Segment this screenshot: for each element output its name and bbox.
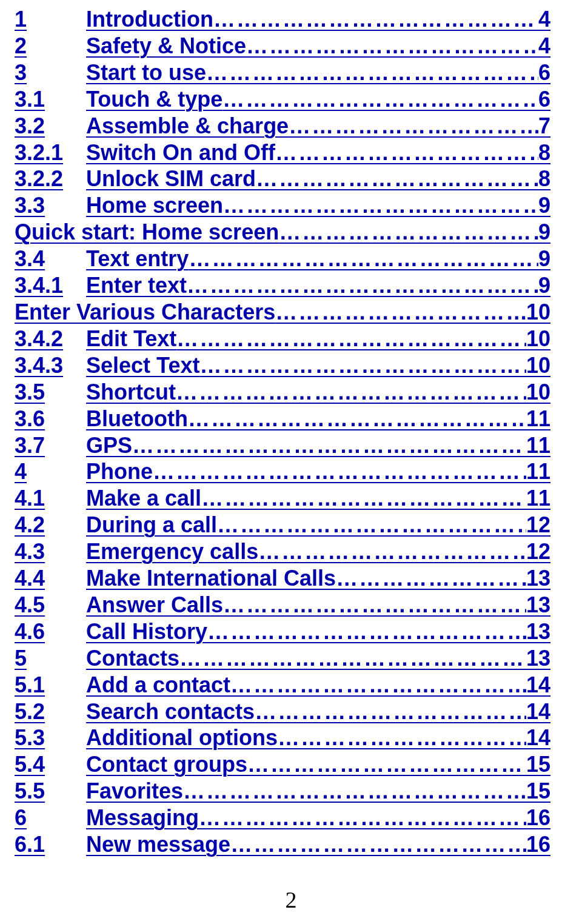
toc-entry[interactable]: 4.2During a call………………………………………………………………… <box>15 512 550 538</box>
toc-entry-number: 3.5 <box>15 379 86 406</box>
toc-entry[interactable]: 2Safety & Notice………………………………………………………………… <box>15 33 550 59</box>
toc-entry-number: 1 <box>15 6 86 33</box>
toc-entry[interactable]: 5Contacts…………………………………………………………………………………… <box>15 645 550 672</box>
toc-entry-number: 4.4 <box>15 565 86 592</box>
toc-leader-dots: ………………………………………………………………………………………………………… <box>179 645 526 672</box>
toc-entry-number: 3.2.1 <box>15 139 86 166</box>
toc-entry[interactable]: Enter Various Characters…………………………………………… <box>15 299 550 326</box>
toc-entry-title: Start to use <box>86 59 206 86</box>
toc-entry[interactable]: 6Messaging………………………………………………………………………………… <box>15 805 550 831</box>
toc-entry-title: Switch On and Off <box>86 139 275 166</box>
toc-entry-title: Enter Various Characters <box>15 299 275 326</box>
toc-entry-number: 2 <box>15 33 86 59</box>
toc-leader-dots: ………………………………………………………………………………………………………… <box>247 751 526 778</box>
toc-entry[interactable]: 1Introduction………………………………………………………………………… <box>15 6 550 33</box>
toc-entry[interactable]: 3Start to use………………………………………………………………………… <box>15 59 550 86</box>
toc-entry-page: 13 <box>526 565 550 592</box>
toc-entry[interactable]: 3.7GPS…………………………………………………………………………………………… <box>15 432 550 459</box>
toc-leader-dots: ………………………………………………………………………………………………………… <box>223 192 538 219</box>
toc-entry[interactable]: 3.4.3Select Text………………………………………………………………… <box>15 352 550 379</box>
toc-leader-dots: ………………………………………………………………………………………………………… <box>201 485 526 512</box>
toc-entry[interactable]: 3.2Assemble & charge……………………………………………………… <box>15 113 550 139</box>
toc-entry-number: 5 <box>15 645 86 672</box>
toc-entry-number: 6.1 <box>15 831 86 858</box>
toc-entry-title: Home screen <box>86 192 223 219</box>
toc-entry-number: 3.2.2 <box>15 166 86 192</box>
toc-entry[interactable]: 5.3Additional options…………………………………………………… <box>15 725 550 751</box>
toc-entry-page: 10 <box>526 379 550 406</box>
toc-entry[interactable]: 3.1Touch & type…………………………………………………………………… <box>15 86 550 113</box>
toc-entry-page: 8 <box>538 166 550 192</box>
toc-entry[interactable]: 6.1New message……………………………………………………………………… <box>15 831 550 858</box>
toc-entry-number: 6 <box>15 805 86 831</box>
toc-leader-dots: ………………………………………………………………………………………………………… <box>132 432 526 459</box>
toc-entry-number: 4.1 <box>15 485 86 512</box>
toc-entry[interactable]: 4Phone…………………………………………………………………………………………… <box>15 458 550 485</box>
toc-leader-dots: ………………………………………………………………………………………………………… <box>278 725 526 751</box>
toc-leader-dots: ………………………………………………………………………………………………………… <box>223 592 526 618</box>
toc-leader-dots: ………………………………………………………………………………………………………… <box>275 139 538 166</box>
toc-entry-page: 12 <box>526 538 550 565</box>
toc-leader-dots: ………………………………………………………………………………………………………… <box>153 458 526 485</box>
toc-entry[interactable]: Quick start: Home screen…………………………………………… <box>15 219 550 246</box>
toc-leader-dots: ………………………………………………………………………………………………………… <box>199 352 526 379</box>
toc-entry-page: 16 <box>526 805 550 831</box>
toc-leader-dots: ………………………………………………………………………………………………………… <box>246 33 538 59</box>
toc-entry-title: Phone <box>86 458 153 485</box>
toc-entry-number: 5.1 <box>15 672 86 698</box>
toc-leader-dots: ………………………………………………………………………………………………………… <box>289 113 538 139</box>
toc-entry[interactable]: 3.3Home screen……………………………………………………………………… <box>15 192 550 219</box>
toc-entry-title: Contact groups <box>86 751 247 778</box>
toc-leader-dots: ………………………………………………………………………………………………………… <box>183 778 526 805</box>
toc-entry-page: 13 <box>526 618 550 645</box>
toc-entry[interactable]: 3.4.2Edit Text……………………………………………………………………… <box>15 326 550 352</box>
toc-entry-number: 5.3 <box>15 725 86 751</box>
toc-entry[interactable]: 5.5Favorites…………………………………………………………………………… <box>15 778 550 805</box>
toc-entry[interactable]: 3.2.2Unlock SIM card……………………………………………………… <box>15 166 550 192</box>
toc-entry-title: Unlock SIM card <box>86 166 256 192</box>
toc-entry[interactable]: 5.4Contact groups……………………………………………………………… <box>15 751 550 778</box>
toc-entry[interactable]: 3.4Text entry………………………………………………………………………… <box>15 246 550 272</box>
toc-entry[interactable]: 4.1Make a call……………………………………………………………………… <box>15 485 550 512</box>
toc-entry[interactable]: 3.5Shortcut……………………………………………………………………………… <box>15 379 550 406</box>
toc-entry-number: 3.6 <box>15 406 86 432</box>
toc-entry[interactable]: 5.1Add a contact………………………………………………………………… <box>15 672 550 698</box>
toc-entry-page: 10 <box>526 352 550 379</box>
toc-entry-title: Emergency calls <box>86 538 258 565</box>
toc-entry[interactable]: 4.5Answer Calls…………………………………………………………………… <box>15 592 550 618</box>
toc-leader-dots: ………………………………………………………………………………………………………… <box>230 672 526 698</box>
toc-entry-title: Select Text <box>86 352 199 379</box>
toc-entry[interactable]: 3.2.1Switch On and Off………………………………………………… <box>15 139 550 166</box>
toc-entry-page: 14 <box>526 725 550 751</box>
toc-entry[interactable]: 3.4.1Enter text…………………………………………………………………… <box>15 272 550 299</box>
toc-entry-title: Additional options <box>86 725 278 751</box>
toc-entry-number: 3.7 <box>15 432 86 459</box>
toc-entry-page: 4 <box>538 6 550 33</box>
toc-entry-title: Assemble & charge <box>86 113 289 139</box>
toc-leader-dots: ………………………………………………………………………………………………………… <box>207 618 526 645</box>
toc-entry-number: 3.4.1 <box>15 272 86 299</box>
toc-entry-title: Quick start: Home screen <box>15 219 279 246</box>
toc-entry-title: Touch & type <box>86 86 222 113</box>
toc-entry-page: 11 <box>526 406 550 432</box>
toc-entry-number: 5.5 <box>15 778 86 805</box>
toc-entry[interactable]: 4.3Emergency calls…………………………………………………………… <box>15 538 550 565</box>
toc-entry-page: 11 <box>526 485 550 512</box>
toc-leader-dots: ………………………………………………………………………………………………………… <box>206 59 538 86</box>
toc-entry-page: 15 <box>526 751 550 778</box>
toc-leader-dots: ………………………………………………………………………………………………………… <box>336 565 526 592</box>
toc-entry[interactable]: 4.6Call History…………………………………………………………………… <box>15 618 550 645</box>
toc-entry-title: Call History <box>86 618 207 645</box>
toc-entry-number: 4.5 <box>15 592 86 618</box>
toc-entry-number: 3.1 <box>15 86 86 113</box>
toc-entry-page: 12 <box>526 512 550 538</box>
toc-entry-page: 6 <box>538 86 550 113</box>
toc-entry-title: GPS <box>86 432 132 459</box>
toc-entry-number: 4.6 <box>15 618 86 645</box>
toc-entry[interactable]: 5.2Search contacts…………………………………………………………… <box>15 698 550 725</box>
toc-entry[interactable]: 3.6Bluetooth…………………………………………………………………………… <box>15 406 550 432</box>
toc-entry[interactable]: 4.4Make International Calls…………………………………… <box>15 565 550 592</box>
toc-entry-page: 14 <box>526 672 550 698</box>
toc-entry-page: 9 <box>538 192 550 219</box>
toc-entry-number: 3.3 <box>15 192 86 219</box>
